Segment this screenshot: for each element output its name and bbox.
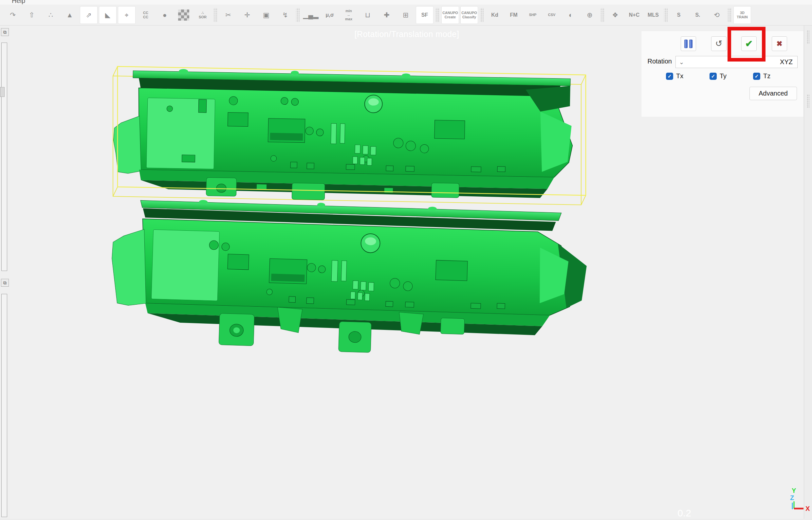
- bomb-icon[interactable]: ●: [156, 6, 174, 24]
- kd-tree-icon[interactable]: Kd: [486, 6, 504, 24]
- toolbar-drag-handle[interactable]: [807, 30, 809, 44]
- checkbox-label: Tx: [676, 72, 683, 80]
- hough-normals-icon[interactable]: ⟲: [708, 6, 726, 24]
- checkerboard-icon[interactable]: [175, 6, 193, 24]
- csv-file-icon[interactable]: CSV: [543, 6, 561, 24]
- pause-button[interactable]: [681, 36, 696, 51]
- checkbox-tz[interactable]: ✓Tz: [753, 72, 770, 80]
- axis-z-label: Z: [790, 494, 794, 501]
- checkbox-box[interactable]: ✓: [710, 73, 717, 80]
- reset-button[interactable]: ↺: [711, 36, 727, 51]
- sphere-icon[interactable]: ◐: [562, 6, 580, 24]
- masc-train-icon[interactable]: 3D TRAIN: [733, 6, 751, 24]
- main-toolbar: ↷⇧∴▲⇗◣⌖CC CC●∴ SOR✂✛▣↯▁▄▂μ,σmin ↔ max⊔✚⊞…: [0, 5, 812, 26]
- toolbar-separator: [480, 7, 484, 23]
- fractal-icon[interactable]: ❖: [606, 6, 624, 24]
- axis-y-label: Y: [792, 487, 796, 494]
- dock-tab[interactable]: [0, 87, 5, 97]
- checkbox-ty[interactable]: ✓Ty: [710, 72, 727, 80]
- rotation-label: Rotation: [643, 58, 672, 65]
- apply-transformation-icon[interactable]: ⇧: [23, 6, 41, 24]
- axis-x-label: X: [806, 505, 810, 512]
- accept-button[interactable]: ✔: [741, 36, 757, 51]
- csf-classify-icon[interactable]: S.: [689, 6, 707, 24]
- segment-scissors-icon[interactable]: ✂: [219, 6, 237, 24]
- mls-smoothing-icon[interactable]: MLS: [644, 6, 662, 24]
- menu-item-help[interactable]: Help: [12, 0, 25, 5]
- canupo-classify-icon[interactable]: CANUPO Classify: [460, 6, 478, 24]
- reset-icon: ↺: [715, 38, 722, 49]
- checkbox-tx[interactable]: ✓Tx: [666, 72, 683, 80]
- minmax-filter-icon[interactable]: min ↔ max: [340, 6, 358, 24]
- translate-rotate-icon[interactable]: ✛: [238, 6, 256, 24]
- cloud-cloud-distance-icon[interactable]: CC CC: [137, 6, 155, 24]
- fm-icon[interactable]: FM: [505, 6, 523, 24]
- sor-filter-icon[interactable]: ∴ SOR: [194, 6, 211, 24]
- mesh-sampling-icon[interactable]: ▲: [61, 6, 79, 24]
- float-panel-button-bottom[interactable]: ⧉: [1, 279, 9, 287]
- scale-bar: [593, 505, 775, 506]
- globe-icon[interactable]: ⊕: [581, 6, 599, 24]
- toolbar-separator: [296, 7, 300, 23]
- collapsed-dock-panel-bottom: [1, 294, 7, 517]
- cancel-button[interactable]: ✖: [772, 36, 787, 51]
- normals-plus-clouds-icon[interactable]: N+C: [625, 6, 643, 24]
- csf-curve-icon[interactable]: S: [670, 6, 688, 24]
- axis-gizmo: Y Z X: [783, 487, 811, 515]
- right-dock-strip: [804, 26, 812, 519]
- bucket-icon[interactable]: ⊔: [359, 6, 377, 24]
- checkbox-label: Tz: [763, 72, 770, 80]
- canupo-create-icon[interactable]: CANUPO Create: [441, 6, 459, 24]
- rotation-axis-value: XYZ: [684, 58, 797, 66]
- checkbox-box[interactable]: ✓: [753, 73, 760, 80]
- toolbar-separator: [435, 7, 439, 23]
- align-clouds-icon[interactable]: ◣: [99, 6, 117, 24]
- toolbar-separator: [664, 7, 668, 23]
- menu-bar: Help: [0, 0, 812, 5]
- collapsed-dock-panel-top: [1, 43, 7, 271]
- trace-polyline-icon[interactable]: ↯: [276, 6, 294, 24]
- toolbar-drag-handle[interactable]: [807, 94, 809, 108]
- scalar-field-icon[interactable]: SF: [416, 6, 433, 24]
- gaussian-filter-icon[interactable]: μ,σ: [321, 6, 338, 24]
- status-bar-sliver: [0, 519, 812, 520]
- toolbar-separator: [601, 7, 604, 23]
- histogram-icon[interactable]: ▁▄▂: [302, 6, 320, 24]
- accept-icon: ✔: [745, 38, 753, 49]
- shp-file-icon[interactable]: SHP: [524, 6, 541, 24]
- cross-section-icon[interactable]: ▣: [257, 6, 275, 24]
- calculator-icon[interactable]: ⊞: [397, 6, 414, 24]
- advanced-button[interactable]: Advanced: [750, 87, 797, 100]
- transform-tool-panel: ↺✔✖✓Tx✓Ty✓Tz: [641, 31, 804, 117]
- scale-bar-label: 0.2: [593, 508, 775, 519]
- clone-icon[interactable]: ↷: [4, 6, 22, 24]
- point-picking-icon[interactable]: ⌖: [118, 6, 135, 24]
- toolbar-separator: [728, 7, 732, 23]
- subsample-icon[interactable]: ∴: [42, 6, 59, 24]
- fine-registration-icon[interactable]: ⇗: [80, 6, 98, 24]
- toolbar-separator: [213, 7, 218, 23]
- checkbox-label: Ty: [720, 72, 727, 80]
- checkbox-box[interactable]: ✓: [666, 73, 673, 80]
- chevron-down-icon: ⌄: [679, 60, 684, 64]
- left-dock-strip: ⧉ ⧉: [0, 26, 10, 519]
- float-panel-button-top[interactable]: ⧉: [1, 28, 9, 36]
- cancel-icon: ✖: [776, 40, 782, 48]
- add-constant-icon[interactable]: ✚: [378, 6, 396, 24]
- rotation-axis-combobox[interactable]: ⌄ XYZ: [676, 56, 797, 68]
